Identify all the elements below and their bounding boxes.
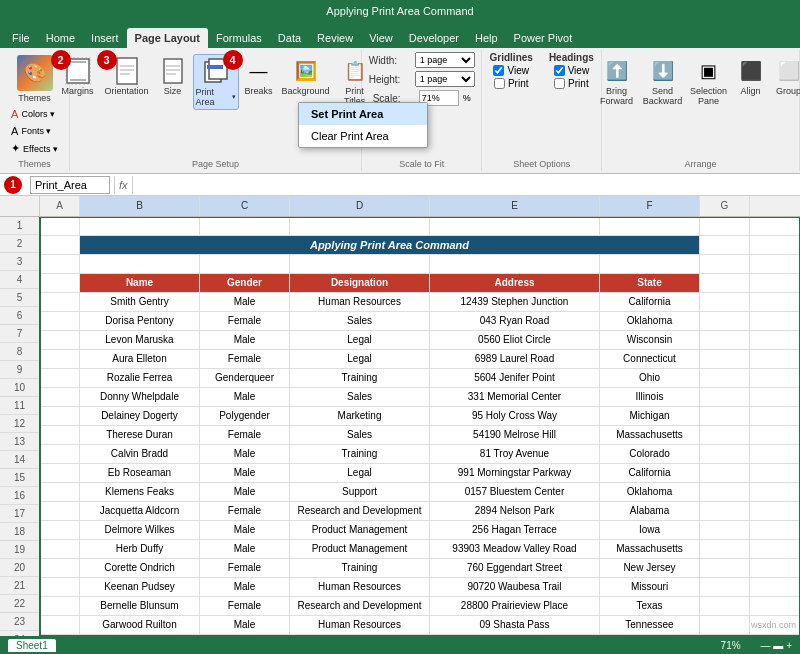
sheet-tab-sheet1[interactable]: Sheet1 — [8, 639, 56, 652]
cell[interactable]: Wisconsin — [600, 331, 700, 349]
cell[interactable] — [40, 331, 80, 349]
cell[interactable]: Michigan — [600, 407, 700, 425]
cell[interactable]: Delainey Dogerty — [80, 407, 200, 425]
cell[interactable] — [600, 255, 700, 273]
tab-data[interactable]: Data — [270, 28, 309, 48]
cell[interactable]: Male — [200, 616, 290, 634]
bring-forward-button[interactable]: ⬆️ Bring Forward — [595, 54, 639, 108]
tab-page-layout[interactable]: Page Layout — [127, 28, 208, 48]
cell[interactable] — [80, 255, 200, 273]
cell[interactable]: Male — [200, 464, 290, 482]
cell[interactable]: Female — [200, 502, 290, 520]
cell[interactable]: Ohio — [600, 369, 700, 387]
cell[interactable]: Sales — [290, 312, 430, 330]
cell[interactable] — [700, 274, 750, 292]
selection-pane-button[interactable]: ▣ Selection Pane — [687, 54, 731, 108]
cell[interactable] — [40, 521, 80, 539]
cell[interactable]: Therese Duran — [80, 426, 200, 444]
cell[interactable]: Illinois — [600, 388, 700, 406]
tab-insert[interactable]: Insert — [83, 28, 127, 48]
cell[interactable] — [700, 217, 750, 235]
tab-developer[interactable]: Developer — [401, 28, 467, 48]
cell[interactable]: 90720 Waubesa Trail — [430, 578, 600, 596]
background-button[interactable]: 🖼️ Background — [279, 54, 333, 98]
cell[interactable] — [40, 388, 80, 406]
name-box[interactable] — [30, 176, 110, 194]
cell[interactable]: 0157 Bluestem Center — [430, 483, 600, 501]
tab-view[interactable]: View — [361, 28, 401, 48]
cell[interactable] — [40, 312, 80, 330]
cell[interactable]: Marketing — [290, 407, 430, 425]
cell[interactable]: Female — [200, 350, 290, 368]
cell[interactable]: Texas — [600, 597, 700, 615]
cell[interactable]: Jacquetta Aldcorn — [80, 502, 200, 520]
cell[interactable] — [40, 635, 80, 636]
cell[interactable]: New Jersey — [600, 559, 700, 577]
gridlines-view-checkbox[interactable] — [493, 65, 504, 76]
cell[interactable]: 28800 Prairieview Place — [430, 597, 600, 615]
cell[interactable]: 81 Troy Avenue — [430, 445, 600, 463]
cell[interactable]: Keenan Pudsey — [80, 578, 200, 596]
cell[interactable] — [40, 236, 80, 254]
cell[interactable]: Name — [80, 274, 200, 292]
cell[interactable]: 043 Ryan Road — [430, 312, 600, 330]
cell[interactable] — [40, 445, 80, 463]
cell[interactable] — [40, 255, 80, 273]
group-button[interactable]: ⬜ Group — [771, 54, 800, 98]
cell[interactable]: Colorado — [600, 445, 700, 463]
cell[interactable]: Research and Development — [290, 597, 430, 615]
cell[interactable]: Oklahoma — [600, 483, 700, 501]
cell[interactable]: 95 Holy Cross Way — [430, 407, 600, 425]
cell[interactable]: Designation — [290, 274, 430, 292]
tab-help[interactable]: Help — [467, 28, 506, 48]
gridlines-print-checkbox[interactable] — [494, 78, 505, 89]
cell[interactable]: 6 Maple Plaza — [430, 635, 600, 636]
cell[interactable]: Iowa — [600, 521, 700, 539]
height-select[interactable]: 1 page — [415, 71, 475, 87]
cell[interactable]: Oklahoma — [600, 312, 700, 330]
formula-input[interactable] — [137, 179, 796, 191]
cell[interactable] — [700, 521, 750, 539]
cell[interactable] — [40, 350, 80, 368]
cell[interactable]: 93903 Meadow Valley Road — [430, 540, 600, 558]
cell[interactable] — [40, 502, 80, 520]
align-button[interactable]: ⬛ Align — [733, 54, 769, 98]
cell[interactable] — [700, 236, 750, 254]
cell[interactable]: Dorisa Pentony — [80, 312, 200, 330]
cell[interactable]: 6989 Laurel Road — [430, 350, 600, 368]
cell[interactable] — [80, 217, 200, 235]
clear-print-area-item[interactable]: Clear Print Area — [299, 125, 427, 147]
cell[interactable]: Female — [200, 312, 290, 330]
cell[interactable]: Female — [200, 597, 290, 615]
cell[interactable]: 2894 Nelson Park — [430, 502, 600, 520]
cell[interactable]: Female — [200, 426, 290, 444]
tab-formulas[interactable]: Formulas — [208, 28, 270, 48]
cell[interactable]: Research and Development — [290, 502, 430, 520]
headings-print-checkbox[interactable] — [554, 78, 565, 89]
cell[interactable]: Male — [200, 445, 290, 463]
cell[interactable] — [290, 217, 430, 235]
cell[interactable] — [200, 255, 290, 273]
cell[interactable] — [700, 293, 750, 311]
cell[interactable] — [700, 331, 750, 349]
cell[interactable] — [700, 502, 750, 520]
cell[interactable] — [700, 350, 750, 368]
cell[interactable] — [40, 426, 80, 444]
cell[interactable]: California — [600, 293, 700, 311]
cell[interactable] — [40, 274, 80, 292]
cell[interactable] — [40, 559, 80, 577]
cell[interactable]: Donny Whelpdale — [80, 388, 200, 406]
cell[interactable]: Male — [200, 388, 290, 406]
cell[interactable]: Texas — [600, 635, 700, 636]
cell[interactable]: Training — [290, 369, 430, 387]
fonts-button[interactable]: A Fonts ▾ — [7, 123, 62, 139]
cell[interactable]: Connecticut — [600, 350, 700, 368]
cell[interactable] — [700, 445, 750, 463]
cell[interactable]: 0560 Eliot Circle — [430, 331, 600, 349]
cell[interactable] — [700, 540, 750, 558]
cell[interactable]: Human Resources — [290, 616, 430, 634]
cell[interactable] — [290, 255, 430, 273]
cell[interactable] — [600, 217, 700, 235]
cell[interactable]: Massachusetts — [600, 426, 700, 444]
cell[interactable]: Male — [200, 578, 290, 596]
